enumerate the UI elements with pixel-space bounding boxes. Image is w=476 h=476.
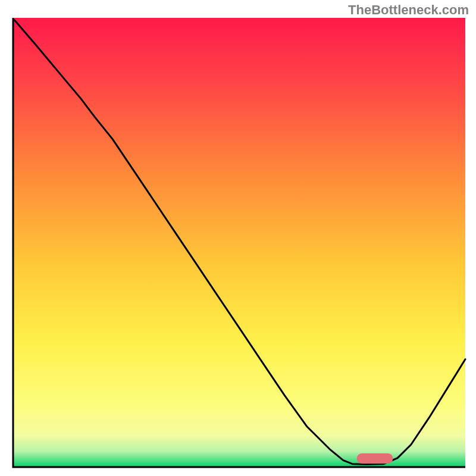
bottleneck-chart [0, 0, 476, 476]
chart-container: TheBottleneck.com [0, 0, 476, 476]
optimal-range-marker [357, 453, 393, 464]
watermark-text: TheBottleneck.com [348, 2, 469, 18]
plot-background [13, 18, 465, 467]
